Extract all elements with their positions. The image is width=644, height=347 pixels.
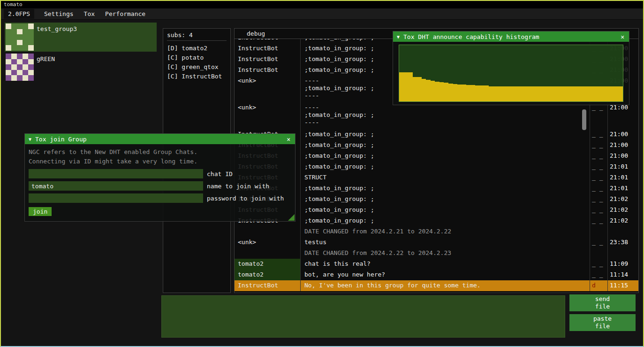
chat-flags: _ _	[590, 259, 607, 270]
menu-item-performance[interactable]: Performance	[100, 9, 151, 19]
histogram-bar	[439, 82, 444, 101]
chat-message-row[interactable]: <unk>---- ;tomato_in_group: ; ----_ _21:…	[235, 102, 638, 129]
chat-flags: _ _	[590, 216, 607, 226]
chat-sender: InstructBot	[235, 280, 300, 291]
collapse-icon[interactable]: ▼	[397, 34, 400, 39]
chat-flags: _ _	[590, 194, 607, 205]
join-info-line2: Connecting via ID might take a very long…	[29, 157, 291, 166]
chat-text: ;tomato_in_group: ;	[300, 183, 590, 194]
join-name-input[interactable]	[29, 181, 203, 191]
histogram-bar	[587, 86, 592, 101]
composer-input[interactable]	[161, 295, 565, 338]
join-name-row: name to join with	[29, 181, 291, 191]
group-item-test_group3[interactable]: test_group3	[5, 23, 157, 52]
chat-time	[607, 248, 638, 259]
chat-message-row[interactable]: InstructBotNo, I've been in this group f…	[235, 280, 638, 291]
histogram-bar	[408, 72, 413, 101]
dht-histogram-titlebar[interactable]: ▼ Tox DHT announce capability histogram …	[393, 31, 629, 42]
histogram-bar	[561, 86, 565, 101]
chat-time: 11:15	[607, 280, 638, 291]
window-titlebar: tomato	[1, 1, 643, 8]
histogram-bar	[515, 86, 520, 101]
chat-flags: _ _	[590, 140, 607, 151]
chat-text: No, I've been in this group for quite so…	[300, 280, 590, 291]
histogram-bar	[466, 85, 471, 101]
menu-item-settings[interactable]: Settings	[39, 9, 79, 19]
histogram-bar	[605, 86, 610, 101]
fps-counter: 2.0FPS	[4, 9, 34, 19]
chat-sender: InstructBot	[235, 54, 300, 65]
histogram-bar	[417, 77, 422, 101]
chat-time: 23:38	[607, 237, 638, 248]
histogram-bar	[431, 81, 435, 101]
tab-debug[interactable]: debug	[242, 29, 270, 38]
group-avatar	[6, 54, 34, 81]
histogram-bar	[552, 86, 556, 101]
chat-id-input[interactable]	[29, 169, 203, 178]
collapse-icon[interactable]: ▼	[29, 137, 31, 142]
chat-text: ;tomato_in_group: ;	[300, 216, 590, 226]
histogram-bar	[493, 86, 498, 101]
chat-flags	[590, 226, 607, 237]
send-file-button[interactable]: send file	[569, 294, 636, 311]
dht-histogram-title: Tox DHT announce capability histogram	[403, 33, 539, 40]
chat-text: ;tomato_in_group: ;	[300, 129, 590, 140]
chat-flags: _ _	[590, 172, 607, 183]
chat-flags: _ _	[590, 102, 607, 129]
join-password-row: password to join with	[29, 193, 291, 203]
histogram-bar	[484, 85, 489, 101]
histogram-bar	[565, 86, 569, 101]
group-item-gREEN[interactable]: gREEN	[5, 53, 157, 82]
chat-flags	[590, 248, 607, 259]
chat-system-row: DATE CHANGED from 2024.2.21 to 2024.2.22	[235, 226, 638, 237]
chat-system-row: DATE CHANGED from 2024.2.22 to 2024.2.23	[235, 248, 638, 259]
join-group-window: ▼ Tox join Group ✕ NGC refers to the New…	[24, 133, 295, 222]
menu-item-tox[interactable]: Tox	[79, 9, 100, 19]
resize-grip[interactable]	[288, 214, 295, 221]
join-password-input[interactable]	[29, 193, 203, 203]
chat-flags: _ _	[590, 162, 607, 172]
chat-sender: <unk>	[235, 76, 300, 102]
histogram-bar	[444, 83, 448, 101]
chat-flags: d	[590, 280, 607, 291]
chat-flags: _ _	[590, 237, 607, 248]
chat-text: ---- ;tomato_in_group: ; ----	[300, 102, 590, 129]
chat-time: 21:02	[607, 216, 638, 226]
histogram-bar	[448, 84, 453, 101]
chat-message-row[interactable]: tomato2bot, are you new here?_ _11:14	[235, 270, 638, 280]
chat-text: STRUCT	[300, 172, 590, 183]
chat-message-row[interactable]: <unk>testus_ _23:38	[235, 237, 638, 248]
chat-scrollbar-thumb[interactable]	[582, 109, 586, 130]
chat-time: 21:01	[607, 162, 638, 172]
histogram-bar	[507, 86, 511, 101]
join-password-label: password to join with	[207, 195, 284, 202]
chat-sender: <unk>	[235, 237, 300, 248]
app-window: tomato 2.0FPS Settings Tox Performance t…	[0, 0, 644, 347]
histogram-bar	[404, 72, 409, 101]
close-icon[interactable]: ✕	[286, 136, 291, 143]
chat-flags: _ _	[590, 151, 607, 162]
chat-message-row[interactable]: tomato2chat is this real?_ _11:09	[235, 259, 638, 270]
chat-time: 11:14	[607, 270, 638, 280]
member-item-green_qtox[interactable]: [C] green_qtox	[167, 62, 227, 72]
histogram-bar	[538, 86, 543, 101]
member-item-instructbot[interactable]: [C] InstructBot	[167, 72, 227, 81]
chat-text: ;tomato_in_group: ;	[300, 151, 590, 162]
histogram-bar	[574, 86, 578, 101]
chat-sender: <unk>	[235, 102, 300, 129]
chat-sender	[235, 248, 300, 259]
histogram-bar	[498, 86, 502, 101]
member-item-potato[interactable]: [C] potato	[167, 53, 227, 62]
member-item-tomato2[interactable]: [D] tomato2	[167, 44, 227, 53]
histogram-bar	[457, 85, 462, 101]
join-button[interactable]: join	[29, 207, 52, 216]
paste-file-button[interactable]: paste file	[569, 314, 636, 331]
histogram-bar	[435, 82, 439, 101]
chat-time: 11:09	[607, 259, 638, 270]
chat-flags: _ _	[590, 270, 607, 280]
close-icon[interactable]: ✕	[620, 33, 625, 40]
join-group-titlebar[interactable]: ▼ Tox join Group ✕	[25, 134, 295, 144]
chat-time: 21:01	[607, 172, 638, 183]
chat-text: DATE CHANGED from 2024.2.21 to 2024.2.22	[300, 226, 590, 237]
join-info-line1: NGC refers to the New DHT enabled Group …	[29, 147, 291, 157]
